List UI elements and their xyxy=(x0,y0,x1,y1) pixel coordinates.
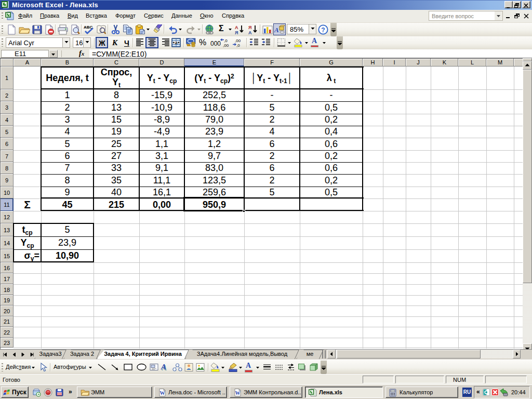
svg-text:А: А xyxy=(235,25,238,30)
svg-text:,0: ,0 xyxy=(224,38,228,43)
svg-text:Я: Я xyxy=(235,30,238,35)
svg-text:?: ? xyxy=(321,26,325,34)
svg-text:,00: ,00 xyxy=(235,38,241,43)
svg-text:W: W xyxy=(235,390,241,396)
svg-text:A: A xyxy=(274,26,279,34)
svg-text:,00: ,00 xyxy=(223,43,229,47)
svg-text:a: a xyxy=(175,40,178,45)
svg-text:Я: Я xyxy=(248,25,251,30)
svg-text:А: А xyxy=(248,30,252,35)
svg-text:W: W xyxy=(160,390,165,396)
svg-text:,0: ,0 xyxy=(236,43,240,47)
